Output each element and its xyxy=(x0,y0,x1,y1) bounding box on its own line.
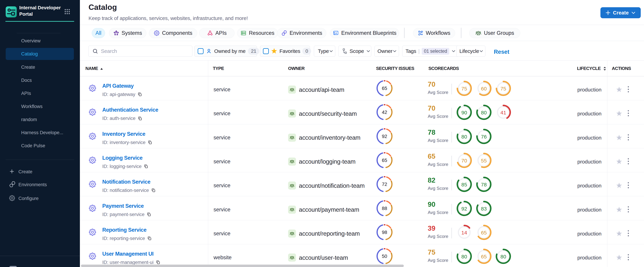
svg-text:80: 80 xyxy=(500,254,506,260)
svg-text:41: 41 xyxy=(500,110,506,116)
svg-text:83: 83 xyxy=(481,206,486,211)
svg-text:65: 65 xyxy=(382,158,387,163)
svg-text:70: 70 xyxy=(461,158,467,163)
svg-text:65: 65 xyxy=(481,254,486,260)
svg-text:65: 65 xyxy=(481,230,486,235)
svg-text:42: 42 xyxy=(382,110,387,115)
svg-text:76: 76 xyxy=(481,134,486,139)
svg-text:98: 98 xyxy=(382,230,387,235)
svg-text:A: A xyxy=(335,32,337,34)
svg-text:92: 92 xyxy=(461,206,467,211)
svg-text:80: 80 xyxy=(481,110,486,116)
svg-text:72: 72 xyxy=(382,182,387,187)
svg-text:65: 65 xyxy=(382,86,387,91)
svg-text:75: 75 xyxy=(500,86,506,92)
svg-text:90: 90 xyxy=(461,110,467,116)
svg-text:92: 92 xyxy=(382,134,387,139)
svg-text:85: 85 xyxy=(461,182,467,188)
svg-text:14: 14 xyxy=(461,230,467,235)
svg-text:55: 55 xyxy=(481,158,486,163)
svg-text:80: 80 xyxy=(461,134,467,139)
svg-text:78: 78 xyxy=(481,182,486,188)
svg-text:88: 88 xyxy=(382,206,387,211)
svg-text:80: 80 xyxy=(461,254,467,260)
svg-text:50: 50 xyxy=(382,254,387,259)
svg-text:60: 60 xyxy=(481,86,486,92)
svg-text:75: 75 xyxy=(461,86,467,92)
